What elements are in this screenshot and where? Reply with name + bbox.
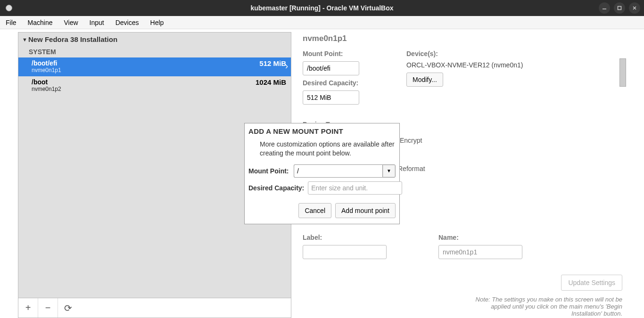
tree-header-label: New Fedora 38 Installation: [28, 35, 117, 43]
app-indicator-icon: [6, 5, 12, 11]
menu-help[interactable]: Help: [149, 18, 166, 27]
tree-item-boot-efi[interactable]: /boot/efi nvme0n1p1 512 MiB ›: [18, 57, 291, 76]
dialog-help-text: More customization options are available…: [260, 140, 396, 158]
partition-toolbar: + − ⟳: [18, 298, 291, 318]
scrollbar-thumb[interactable]: [619, 58, 626, 87]
chevron-right-icon: ›: [285, 61, 288, 71]
chevron-down-icon: ▼: [387, 168, 391, 173]
add-mount-point-button[interactable]: Add mount point: [335, 203, 396, 218]
tree-header[interactable]: ▼ New Fedora 38 Installation: [18, 33, 291, 46]
partition-name: nvme0n1p1: [303, 34, 622, 43]
tree-item-device: nvme0n1p2: [32, 86, 61, 92]
menu-machine[interactable]: Machine: [26, 18, 55, 27]
window-title: kubemaster [Running] - Oracle VM Virtual…: [250, 4, 393, 12]
maximize-button[interactable]: [614, 2, 625, 14]
minus-icon: −: [45, 302, 51, 313]
dialog-capacity-input[interactable]: [308, 181, 402, 195]
tree-section-system: SYSTEM: [18, 46, 291, 57]
encrypt-label: Encrypt: [400, 137, 422, 144]
svg-rect-0: [618, 7, 621, 10]
menu-file[interactable]: File: [4, 18, 18, 27]
dialog-mount-point-input[interactable]: [294, 164, 382, 178]
tree-item-mount: /boot/efi: [32, 59, 61, 67]
remove-partition-button[interactable]: −: [38, 298, 58, 318]
dialog-mount-point-label: Mount Point:: [248, 167, 289, 175]
desired-capacity-input[interactable]: [303, 90, 359, 105]
menubar: File Machine View Input Devices Help: [0, 16, 644, 29]
dialog-mount-point-dropdown[interactable]: ▼: [382, 164, 396, 178]
reload-button[interactable]: ⟳: [58, 298, 78, 318]
tree-item-device: nvme0n1p1: [32, 67, 61, 73]
dialog-capacity-label: Desired Capacity:: [248, 184, 304, 192]
devices-label: Device(s):: [406, 50, 523, 57]
menu-input[interactable]: Input: [88, 18, 106, 27]
tree-item-boot[interactable]: /boot nvme0n1p2 1024 MiB: [18, 76, 291, 95]
tree-item-size: 1024 MiB: [256, 78, 286, 86]
name-label: Name:: [438, 234, 522, 241]
titlebar: kubemaster [Running] - Oracle VM Virtual…: [0, 0, 644, 16]
mount-point-input[interactable]: [303, 61, 359, 75]
refresh-icon: ⟳: [64, 302, 72, 314]
dialog-title: ADD A NEW MOUNT POINT: [248, 127, 396, 135]
label-input[interactable]: [303, 245, 387, 259]
tree-item-size: 512 MiB: [259, 59, 286, 67]
devices-value: ORCL-VBOX-NVME-VER12 (nvme0n1): [406, 61, 523, 69]
mount-point-label: Mount Point:: [303, 50, 359, 57]
menu-view[interactable]: View: [62, 18, 80, 27]
tree-item-mount: /boot: [32, 78, 61, 86]
add-mount-point-dialog: ADD A NEW MOUNT POINT More customization…: [244, 123, 400, 224]
minimize-button[interactable]: [599, 2, 610, 14]
reformat-label: Reformat: [398, 165, 425, 172]
desired-capacity-label: Desired Capacity:: [303, 79, 359, 87]
close-button[interactable]: [629, 2, 640, 14]
chevron-down-icon: ▼: [22, 37, 27, 42]
note-text: Note: The settings you make on this scre…: [462, 296, 622, 317]
plus-icon: +: [25, 302, 31, 313]
modify-button[interactable]: Modify...: [406, 73, 443, 87]
update-settings-button[interactable]: Update Settings: [561, 275, 622, 291]
menu-devices[interactable]: Devices: [114, 18, 141, 27]
cancel-button[interactable]: Cancel: [298, 203, 331, 218]
add-partition-button[interactable]: +: [18, 298, 38, 318]
label-label: Label:: [303, 234, 387, 241]
name-input[interactable]: [438, 245, 522, 259]
